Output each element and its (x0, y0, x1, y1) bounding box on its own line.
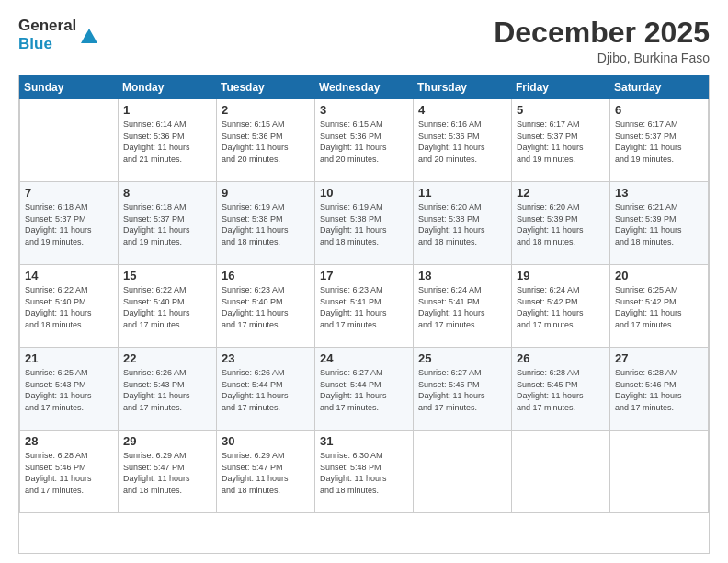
calendar-cell: 27Sunrise: 6:28 AMSunset: 5:46 PMDayligh… (610, 348, 709, 431)
day-number: 26 (517, 351, 605, 365)
day-info: Sunrise: 6:17 AMSunset: 5:37 PMDaylight:… (615, 119, 703, 165)
day-number: 19 (517, 269, 605, 282)
col-thursday: Thursday (414, 76, 512, 99)
calendar-cell: 14Sunrise: 6:22 AMSunset: 5:40 PMDayligh… (20, 265, 119, 348)
logo-line2: Blue (18, 35, 76, 53)
day-number: 16 (222, 269, 310, 282)
logo: General Blue (18, 17, 97, 52)
calendar-cell: 31Sunrise: 6:30 AMSunset: 5:48 PMDayligh… (315, 431, 414, 513)
day-number: 22 (123, 351, 211, 365)
day-info: Sunrise: 6:27 AMSunset: 5:45 PMDaylight:… (418, 367, 506, 413)
day-number: 14 (25, 269, 113, 282)
day-info: Sunrise: 6:27 AMSunset: 5:44 PMDaylight:… (320, 367, 408, 413)
day-number: 11 (418, 186, 506, 200)
calendar-cell: 21Sunrise: 6:25 AMSunset: 5:43 PMDayligh… (20, 348, 119, 431)
day-info: Sunrise: 6:23 AMSunset: 5:41 PMDaylight:… (320, 284, 408, 330)
calendar-cell: 29Sunrise: 6:29 AMSunset: 5:47 PMDayligh… (119, 431, 217, 513)
calendar-cell: 6Sunrise: 6:17 AMSunset: 5:37 PMDaylight… (610, 99, 709, 182)
day-number: 21 (25, 351, 113, 365)
calendar-week-5: 28Sunrise: 6:28 AMSunset: 5:46 PMDayligh… (20, 431, 709, 513)
day-info: Sunrise: 6:25 AMSunset: 5:43 PMDaylight:… (25, 367, 113, 413)
day-number: 23 (222, 351, 310, 365)
day-info: Sunrise: 6:15 AMSunset: 5:36 PMDaylight:… (222, 119, 310, 165)
calendar-cell: 18Sunrise: 6:24 AMSunset: 5:41 PMDayligh… (414, 265, 512, 348)
day-number: 13 (615, 186, 703, 200)
day-info: Sunrise: 6:25 AMSunset: 5:42 PMDaylight:… (615, 284, 703, 330)
calendar-cell: 24Sunrise: 6:27 AMSunset: 5:44 PMDayligh… (315, 348, 414, 431)
day-info: Sunrise: 6:14 AMSunset: 5:36 PMDaylight:… (123, 119, 211, 165)
calendar-cell: 13Sunrise: 6:21 AMSunset: 5:39 PMDayligh… (610, 182, 709, 265)
title-block: December 2025 Djibo, Burkina Faso (494, 17, 710, 65)
calendar-week-3: 14Sunrise: 6:22 AMSunset: 5:40 PMDayligh… (20, 265, 709, 348)
day-info: Sunrise: 6:29 AMSunset: 5:47 PMDaylight:… (123, 450, 211, 496)
calendar-table: Sunday Monday Tuesday Wednesday Thursday… (19, 75, 709, 513)
header-row: Sunday Monday Tuesday Wednesday Thursday… (20, 76, 709, 99)
calendar-cell: 26Sunrise: 6:28 AMSunset: 5:45 PMDayligh… (512, 348, 610, 431)
calendar-body: 1Sunrise: 6:14 AMSunset: 5:36 PMDaylight… (20, 99, 709, 513)
calendar-week-1: 1Sunrise: 6:14 AMSunset: 5:36 PMDaylight… (20, 99, 709, 182)
day-number: 3 (320, 103, 408, 117)
day-number: 6 (615, 103, 703, 117)
day-info: Sunrise: 6:28 AMSunset: 5:46 PMDaylight:… (25, 450, 113, 496)
day-number: 31 (320, 434, 408, 448)
day-number: 25 (418, 351, 506, 365)
day-number: 5 (517, 103, 605, 117)
day-number: 7 (25, 186, 113, 200)
calendar-cell: 11Sunrise: 6:20 AMSunset: 5:38 PMDayligh… (414, 182, 512, 265)
day-number: 9 (222, 186, 310, 200)
calendar-cell: 1Sunrise: 6:14 AMSunset: 5:36 PMDaylight… (119, 99, 217, 182)
calendar-cell: 7Sunrise: 6:18 AMSunset: 5:37 PMDaylight… (20, 182, 119, 265)
day-number: 4 (418, 103, 506, 117)
day-info: Sunrise: 6:15 AMSunset: 5:36 PMDaylight:… (320, 119, 408, 165)
day-info: Sunrise: 6:26 AMSunset: 5:43 PMDaylight:… (123, 367, 211, 413)
calendar-cell: 2Sunrise: 6:15 AMSunset: 5:36 PMDaylight… (217, 99, 315, 182)
day-info: Sunrise: 6:19 AMSunset: 5:38 PMDaylight:… (222, 201, 310, 247)
calendar: Sunday Monday Tuesday Wednesday Thursday… (18, 75, 710, 554)
calendar-header: Sunday Monday Tuesday Wednesday Thursday… (20, 76, 709, 99)
calendar-cell (512, 431, 610, 513)
day-number: 8 (123, 186, 211, 200)
location: Djibo, Burkina Faso (494, 51, 710, 65)
day-info: Sunrise: 6:24 AMSunset: 5:41 PMDaylight:… (418, 284, 506, 330)
day-info: Sunrise: 6:24 AMSunset: 5:42 PMDaylight:… (517, 284, 605, 330)
calendar-cell: 5Sunrise: 6:17 AMSunset: 5:37 PMDaylight… (512, 99, 610, 182)
day-info: Sunrise: 6:29 AMSunset: 5:47 PMDaylight:… (222, 450, 310, 496)
calendar-cell (20, 99, 119, 182)
calendar-cell: 9Sunrise: 6:19 AMSunset: 5:38 PMDaylight… (217, 182, 315, 265)
calendar-cell: 28Sunrise: 6:28 AMSunset: 5:46 PMDayligh… (20, 431, 119, 513)
col-tuesday: Tuesday (217, 76, 315, 99)
day-number: 28 (25, 434, 113, 448)
calendar-cell: 23Sunrise: 6:26 AMSunset: 5:44 PMDayligh… (217, 348, 315, 431)
day-info: Sunrise: 6:19 AMSunset: 5:38 PMDaylight:… (320, 201, 408, 247)
day-info: Sunrise: 6:22 AMSunset: 5:40 PMDaylight:… (25, 284, 113, 330)
month-title: December 2025 (494, 17, 710, 49)
col-wednesday: Wednesday (315, 76, 414, 99)
day-info: Sunrise: 6:28 AMSunset: 5:45 PMDaylight:… (517, 367, 605, 413)
logo-line1: General (18, 17, 76, 35)
calendar-cell: 8Sunrise: 6:18 AMSunset: 5:37 PMDaylight… (119, 182, 217, 265)
calendar-cell: 30Sunrise: 6:29 AMSunset: 5:47 PMDayligh… (217, 431, 315, 513)
header: General Blue December 2025 Djibo, Burkin… (18, 17, 710, 65)
calendar-cell: 17Sunrise: 6:23 AMSunset: 5:41 PMDayligh… (315, 265, 414, 348)
col-saturday: Saturday (610, 76, 709, 99)
col-monday: Monday (119, 76, 217, 99)
day-number: 1 (123, 103, 211, 117)
day-number: 24 (320, 351, 408, 365)
day-info: Sunrise: 6:21 AMSunset: 5:39 PMDaylight:… (615, 201, 703, 247)
calendar-cell: 15Sunrise: 6:22 AMSunset: 5:40 PMDayligh… (119, 265, 217, 348)
calendar-cell: 19Sunrise: 6:24 AMSunset: 5:42 PMDayligh… (512, 265, 610, 348)
calendar-week-4: 21Sunrise: 6:25 AMSunset: 5:43 PMDayligh… (20, 348, 709, 431)
day-info: Sunrise: 6:28 AMSunset: 5:46 PMDaylight:… (615, 367, 703, 413)
day-number: 17 (320, 269, 408, 282)
col-friday: Friday (512, 76, 610, 99)
day-number: 30 (222, 434, 310, 448)
calendar-cell: 10Sunrise: 6:19 AMSunset: 5:38 PMDayligh… (315, 182, 414, 265)
day-info: Sunrise: 6:18 AMSunset: 5:37 PMDaylight:… (25, 201, 113, 247)
calendar-cell: 22Sunrise: 6:26 AMSunset: 5:43 PMDayligh… (119, 348, 217, 431)
day-info: Sunrise: 6:30 AMSunset: 5:48 PMDaylight:… (320, 450, 408, 496)
logo-text: General Blue (18, 17, 76, 52)
page: General Blue December 2025 Djibo, Burkin… (0, 0, 728, 563)
day-info: Sunrise: 6:20 AMSunset: 5:39 PMDaylight:… (517, 201, 605, 247)
day-number: 20 (615, 269, 703, 282)
calendar-week-2: 7Sunrise: 6:18 AMSunset: 5:37 PMDaylight… (20, 182, 709, 265)
